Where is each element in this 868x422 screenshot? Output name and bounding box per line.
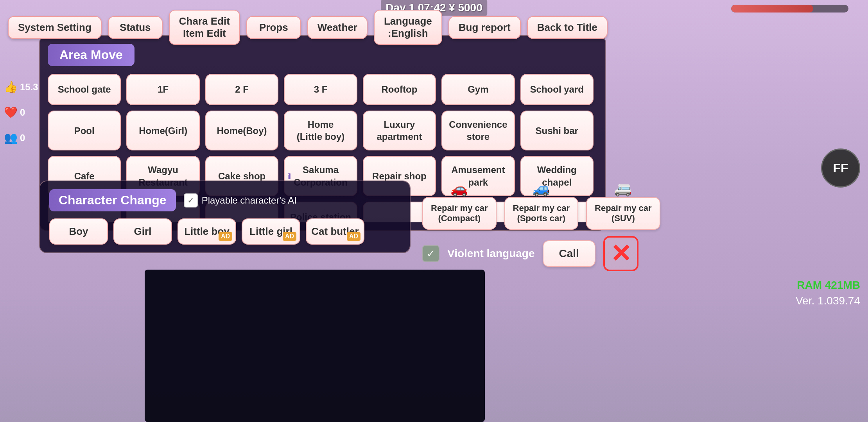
violent-language-label: Violent language [447, 247, 535, 260]
area-sushi-bar[interactable]: Sushi bar [520, 111, 594, 150]
ff-button[interactable]: FF [821, 148, 860, 188]
char-boy-button[interactable]: Boy [49, 218, 108, 245]
repair-sports-group: 🚙 Repair my car(Sports car) [504, 181, 579, 230]
area-3f[interactable]: 3 F [284, 74, 357, 105]
repair-sports-button[interactable]: Repair my car(Sports car) [504, 197, 579, 230]
ai-checkbox[interactable]: ✓ [184, 193, 198, 207]
right-panel: 🚗 Repair my car(Compact) 🚙 Repair my car… [422, 181, 860, 307]
char-little-boy-button[interactable]: Little boy 🔒 AD [178, 218, 236, 245]
little-boy-ad-badge: AD [219, 232, 232, 241]
area-gym[interactable]: Gym [441, 74, 515, 105]
hearts-stat: ❤️ 0 [0, 104, 35, 121]
area-rooftop[interactable]: Rooftop [363, 74, 436, 105]
hearts-value: 0 [20, 107, 25, 118]
violent-checkmark-icon: ✓ [427, 248, 435, 260]
char-cat-butler-button[interactable]: Cat butler 🔒 AD [306, 218, 364, 245]
area-2f[interactable]: 2 F [205, 74, 278, 105]
likes-value: 15.3 [20, 82, 38, 93]
suv-car-icon: 🚐 [614, 181, 632, 197]
repair-compact-button[interactable]: Repair my car(Compact) [422, 197, 497, 230]
social-stats: 👍 15.3 ❤️ 0 👥 0 [0, 78, 35, 154]
ram-info: RAM 421MB [422, 279, 860, 291]
people-stat: 👥 0 [0, 129, 35, 147]
status-button[interactable]: Status [108, 16, 163, 39]
ai-checkbox-label: ✓ Playable character's AI [184, 193, 297, 207]
thumb-icon: 👍 [4, 80, 18, 93]
sports-car-icon: 🚙 [533, 181, 550, 197]
people-icon: 👥 [4, 131, 18, 144]
character-buttons: Boy Girl Little boy 🔒 AD Little girl 🔒 A… [49, 218, 400, 245]
props-button[interactable]: Props [246, 16, 301, 39]
little-girl-ad-badge: AD [283, 232, 296, 241]
weather-button[interactable]: Weather [307, 16, 368, 39]
repair-suv-button[interactable]: Repair my car(SUV) [586, 197, 660, 230]
character-change-title: Character Change [49, 189, 176, 211]
language-button[interactable]: Language :English [374, 10, 442, 45]
system-setting-button[interactable]: System Setting [8, 16, 102, 39]
char-little-girl-button[interactable]: Little girl 🔒 AD [242, 218, 300, 245]
area-convenience-store[interactable]: Conveniencestore [441, 111, 515, 150]
repair-car-row: 🚗 Repair my car(Compact) 🚙 Repair my car… [422, 181, 860, 230]
bug-report-button[interactable]: Bug report [448, 16, 521, 39]
area-home-girl[interactable]: Home(Girl) [126, 111, 199, 150]
area-home-little-boy[interactable]: Home(Little boy) [284, 111, 357, 150]
area-pool[interactable]: Pool [48, 111, 121, 150]
back-to-title-button[interactable]: Back to Title [527, 16, 608, 39]
area-school-gate[interactable]: School gate [48, 74, 121, 105]
people-value: 0 [20, 132, 25, 143]
close-button[interactable]: ✕ [603, 236, 638, 271]
violent-checkbox[interactable]: ✓ [422, 245, 439, 262]
heart-icon: ❤️ [4, 106, 18, 119]
area-home-boy[interactable]: Home(Boy) [205, 111, 278, 150]
compact-car-icon: 🚗 [450, 181, 468, 197]
char-girl-button[interactable]: Girl [113, 218, 172, 245]
area-luxury-apartment[interactable]: Luxuryapartment [363, 111, 436, 150]
area-1f[interactable]: 1F [126, 74, 199, 105]
repair-suv-group: 🚐 Repair my car(SUV) [586, 181, 660, 230]
likes-stat: 👍 15.3 [0, 78, 35, 96]
call-button[interactable]: Call [543, 240, 595, 267]
ai-label-text: Playable character's AI [202, 195, 297, 206]
character-change-panel: Character Change ✓ Playable character's … [39, 181, 411, 253]
char-panel-header: Character Change ✓ Playable character's … [49, 189, 400, 211]
progress-bar-container [731, 5, 848, 13]
close-x-icon: ✕ [610, 241, 631, 266]
chara-edit-button[interactable]: Chara Edit Item Edit [169, 10, 240, 45]
progress-bar-fill [731, 5, 813, 13]
version-info: Ver. 1.039.74 [422, 295, 860, 307]
violent-language-row: ✓ Violent language Call ✕ [422, 236, 860, 271]
area-school-yard[interactable]: School yard [520, 74, 594, 105]
cat-butler-ad-badge: AD [347, 232, 360, 241]
repair-compact-group: 🚗 Repair my car(Compact) [422, 181, 497, 230]
